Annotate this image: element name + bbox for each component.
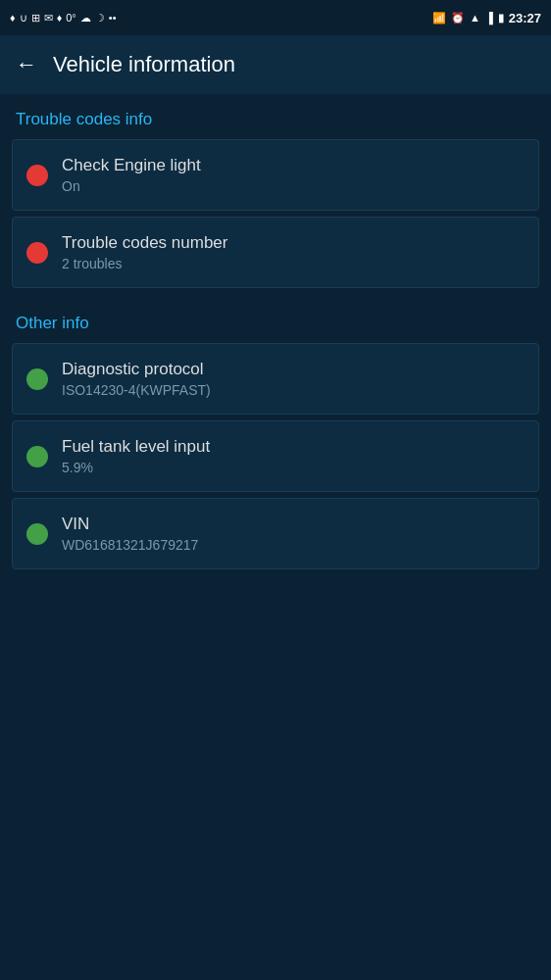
status-bar-right: 📶 ⏰ ▲ ▐ ▮ 23:27 bbox=[432, 11, 541, 25]
status-bar: ♦ ∪ ⊞ ✉ ♦ 0° ☁ ☽ •• 📶 ⏰ ▲ ▐ ▮ 23:27 bbox=[0, 0, 551, 35]
time-display: 23:27 bbox=[509, 11, 541, 25]
status-bar-left: ♦ ∪ ⊞ ✉ ♦ 0° ☁ ☽ •• bbox=[10, 12, 116, 24]
card-vin[interactable]: VIN WD61681321J679217 bbox=[12, 498, 539, 569]
card-trouble-codes-number[interactable]: Trouble codes number 2 troubles bbox=[12, 217, 539, 288]
back-button[interactable]: ← bbox=[16, 52, 37, 77]
card-check-engine-light[interactable]: Check Engine light On bbox=[12, 139, 539, 211]
dot-diagnostic bbox=[26, 368, 48, 390]
bluetooth-icon: 📶 bbox=[432, 12, 446, 24]
card-title-diagnostic: Diagnostic protocol bbox=[62, 360, 211, 379]
content-area: Trouble codes info Check Engine light On… bbox=[0, 94, 551, 591]
status-moon: ☽ bbox=[95, 12, 105, 24]
app-bar: ← Vehicle information bbox=[0, 35, 551, 94]
section-header-trouble-codes: Trouble codes info bbox=[12, 110, 539, 129]
dot-vin bbox=[26, 523, 48, 545]
card-text-check-engine: Check Engine light On bbox=[62, 156, 201, 194]
status-icon-2: ∪ bbox=[20, 12, 27, 24]
card-subtitle-vin: WD61681321J679217 bbox=[62, 537, 198, 553]
card-subtitle-fuel-tank: 5.9% bbox=[62, 460, 210, 475]
wifi-icon: ▲ bbox=[470, 12, 480, 24]
status-icon-1: ♦ bbox=[10, 12, 16, 24]
card-subtitle-diagnostic: ISO14230-4(KWPFAST) bbox=[62, 382, 211, 398]
status-icon-5: ♦ bbox=[57, 12, 63, 24]
card-title-fuel-tank: Fuel tank level input bbox=[62, 437, 210, 457]
page-title: Vehicle information bbox=[53, 52, 235, 77]
card-fuel-tank-level[interactable]: Fuel tank level input 5.9% bbox=[12, 420, 539, 492]
status-icon-3: ⊞ bbox=[31, 12, 40, 24]
card-text-trouble-codes: Trouble codes number 2 troubles bbox=[62, 233, 227, 271]
dot-fuel-tank bbox=[26, 446, 48, 467]
card-title-check-engine: Check Engine light bbox=[62, 156, 201, 175]
card-text-diagnostic: Diagnostic protocol ISO14230-4(KWPFAST) bbox=[62, 360, 211, 398]
battery-icon: ▮ bbox=[498, 12, 504, 24]
card-subtitle-trouble-codes: 2 troubles bbox=[62, 256, 227, 271]
section-header-other-info: Other info bbox=[12, 314, 539, 333]
status-icon-mail: ✉ bbox=[44, 12, 53, 24]
signal-icon: ▐ bbox=[485, 12, 493, 24]
card-title-trouble-codes: Trouble codes number bbox=[62, 233, 227, 253]
status-cloud: ☁ bbox=[80, 12, 91, 24]
dot-check-engine bbox=[26, 165, 48, 186]
section-gap bbox=[12, 294, 539, 314]
card-text-fuel-tank: Fuel tank level input 5.9% bbox=[62, 437, 210, 475]
alarm-icon: ⏰ bbox=[451, 12, 465, 24]
status-dots: •• bbox=[109, 12, 117, 24]
status-temp: 0° bbox=[66, 12, 76, 24]
card-text-vin: VIN WD61681321J679217 bbox=[62, 514, 198, 553]
card-title-vin: VIN bbox=[62, 514, 198, 534]
card-subtitle-check-engine: On bbox=[62, 178, 201, 194]
card-diagnostic-protocol[interactable]: Diagnostic protocol ISO14230-4(KWPFAST) bbox=[12, 343, 539, 415]
dot-trouble-codes bbox=[26, 242, 48, 264]
